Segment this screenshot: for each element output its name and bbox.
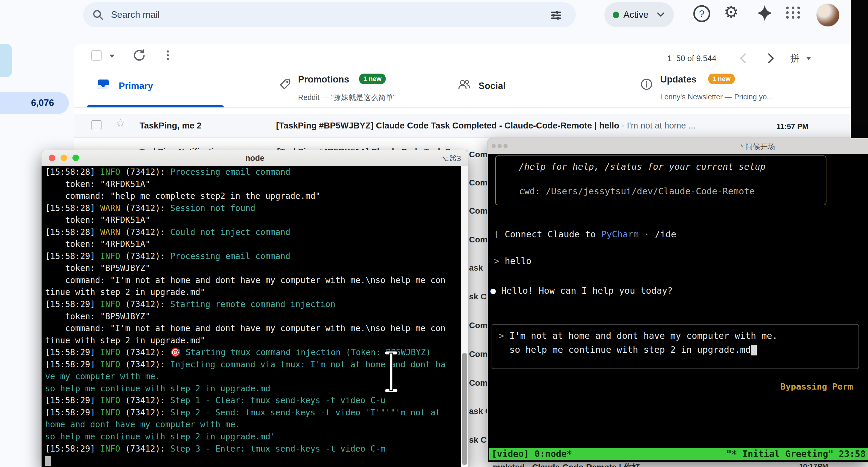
search-bar[interactable]: Search mail: [83, 2, 576, 27]
search-input[interactable]: Search mail: [111, 9, 160, 20]
scrollbar-thumb[interactable]: [462, 353, 467, 465]
user-prompt-echo: > hello: [494, 256, 531, 266]
claude-input-box[interactable]: > I'm not at home and dont have my compu…: [492, 324, 859, 369]
input-method-caret-icon[interactable]: [806, 57, 811, 62]
input-method-label[interactable]: 拼: [790, 52, 799, 65]
permissions-mode-label: Bypassing Perm: [780, 381, 853, 392]
tmux-session-label: [video] 0:node*: [492, 448, 572, 460]
email-subject: [TaskPing #BP5WJBYZ] Claude Code Task Co…: [276, 121, 695, 131]
newer-page-chevron-icon[interactable]: [766, 52, 776, 64]
email-row-checkbox[interactable]: [91, 120, 101, 130]
apps-grid-icon[interactable]: [786, 6, 801, 19]
promotions-new-badge: 1 new: [359, 74, 385, 84]
updates-new-badge: 1 new: [708, 74, 735, 84]
status-active-dot: [613, 11, 619, 18]
inbox-count-pill[interactable]: 6,076: [0, 92, 69, 114]
status-label: Active: [623, 9, 648, 20]
tab-social[interactable]: Social: [478, 81, 505, 91]
sidebar-peek-shape: [0, 44, 12, 77]
terminal-titlebar[interactable]: node ⌥⌘3: [41, 150, 468, 166]
assistant-reply: ● Hello! How can I help you today?: [490, 286, 673, 296]
updates-preview-text: Lenny's Newsletter — Pricing yo...: [660, 93, 773, 101]
terminal-log-output: [15:58:28] INFO (73412): Processing emai…: [45, 167, 460, 467]
screen: 6,076 Search mail Active ? ⚙: [0, 0, 868, 467]
svg-text:?: ?: [699, 8, 705, 19]
promotions-tab-icon: [278, 78, 291, 91]
terminal-titlebar[interactable]: * 问候开场: [488, 138, 868, 154]
terminal-shortcut-label: ⌥⌘3: [440, 154, 461, 163]
help-icon[interactable]: ?: [692, 4, 711, 23]
terminal-title: node: [41, 154, 468, 163]
tabs-divider: [74, 107, 851, 108]
older-page-chevron-icon[interactable]: [738, 52, 748, 64]
tmux-status-bar: [video] 0:node* "* Initial Greeting" 23:…: [489, 448, 868, 460]
close-button[interactable]: [492, 144, 496, 148]
email-sender: TaskPing, me 2: [140, 121, 202, 131]
chevron-down-icon: [657, 12, 665, 18]
gemini-sparkle-icon[interactable]: [756, 5, 773, 21]
email-time: 11:57 PM: [777, 122, 808, 131]
search-icon: [91, 8, 104, 21]
tab-promotions[interactable]: Promotions: [298, 74, 349, 85]
tmux-window-title: "* Initial Greeting" 23:58: [726, 448, 866, 460]
star-icon[interactable]: ☆: [115, 117, 126, 129]
email-snippet: - I'm not at home ...: [619, 121, 695, 130]
terminal-scrollbar[interactable]: [461, 166, 468, 467]
ide-tip-line: † Connect Claude to PyCharm · /ide: [494, 229, 676, 239]
text-cursor-pointer: [382, 349, 401, 394]
select-dropdown-caret-icon[interactable]: [109, 55, 115, 61]
profile-avatar[interactable]: [816, 4, 839, 27]
search-options-icon[interactable]: [550, 9, 562, 21]
tab-primary[interactable]: Primary: [119, 81, 153, 91]
settings-gear-icon[interactable]: ⚙: [724, 2, 739, 22]
select-all-checkbox[interactable]: [91, 51, 101, 61]
selected-tab-underline: [87, 105, 224, 107]
refresh-icon[interactable]: [132, 48, 146, 62]
promotions-preview-text: Reddit — "撩妹就是这么简单": [298, 93, 396, 102]
screen-edge-strip: [851, 0, 868, 139]
terminal-window-node[interactable]: node ⌥⌘3 [15:58:28] INFO (73412): Proces…: [41, 150, 468, 467]
updates-tab-icon: [640, 78, 653, 91]
terminal-window-claude-code[interactable]: * 问候开场 /help for help, /status for your …: [487, 138, 868, 462]
terminal-title: * 问候开场: [740, 142, 775, 152]
tab-updates[interactable]: Updates: [660, 74, 696, 85]
pagination-label: 1–50 of 9,544: [667, 54, 716, 63]
claude-code-session: /help for help, /status for your current…: [488, 154, 868, 462]
minimize-button[interactable]: [498, 144, 502, 148]
zoom-button[interactable]: [503, 144, 507, 148]
social-tab-icon: [458, 78, 471, 91]
more-options-icon[interactable]: [167, 49, 169, 62]
email-subject-bold: [TaskPing #BP5WJBYZ] Claude Code Task Co…: [276, 121, 619, 130]
primary-tab-icon: [97, 78, 110, 91]
claude-welcome-box: /help for help, /status for your current…: [495, 156, 827, 205]
